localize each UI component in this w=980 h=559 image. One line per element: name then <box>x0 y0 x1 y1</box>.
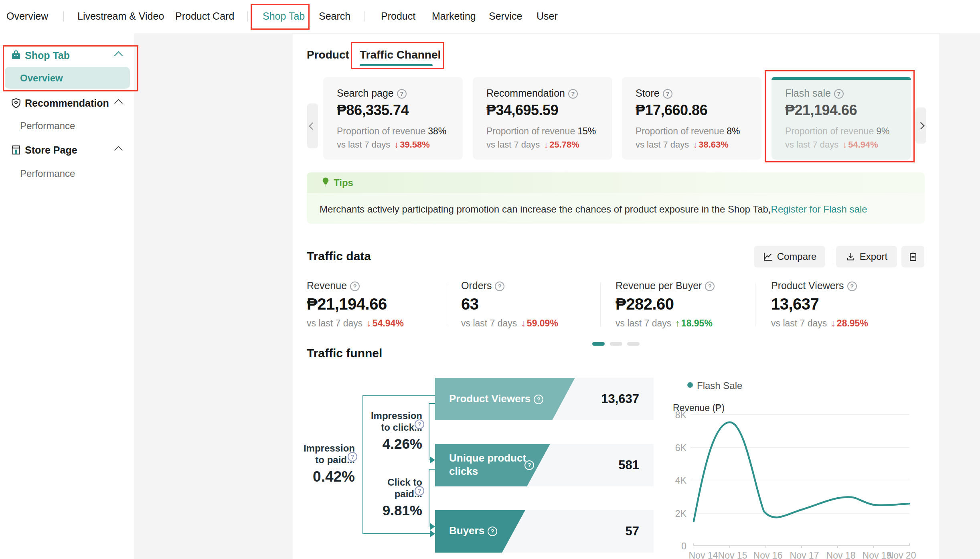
funnel-value-product-viewers: 13,637 <box>579 392 639 406</box>
nav-item-overview[interactable]: Overview <box>6 10 48 22</box>
tips-banner <box>307 172 925 224</box>
help-icon[interactable] <box>495 282 504 291</box>
help-icon[interactable] <box>524 460 534 470</box>
help-icon[interactable] <box>415 419 424 429</box>
card-value: ₱21,194.66 <box>785 102 857 119</box>
card-title: Recommendation <box>486 87 578 99</box>
sidebar <box>0 33 134 559</box>
help-icon[interactable] <box>663 89 672 99</box>
x-tick: Nov 15 <box>713 550 753 559</box>
nav-item-shop-tab[interactable]: Shop Tab <box>263 10 305 22</box>
next-channel-button[interactable] <box>915 107 926 144</box>
card-value: ₱34,695.59 <box>486 102 558 119</box>
channel-card-store[interactable]: Store ₱17,660.86 Proportion of revenue8%… <box>622 77 761 160</box>
funnel-bracket-line <box>429 403 435 404</box>
carousel-page-dot[interactable] <box>610 342 622 346</box>
carousel-page-dot-active[interactable] <box>592 342 605 346</box>
channel-card-recommendation[interactable]: Recommendation ₱34,695.59 Proportion of … <box>473 77 612 160</box>
tab-traffic-channel[interactable]: Traffic Channel <box>360 49 441 61</box>
funnel-stage-buyers: Buyers <box>449 525 497 537</box>
card-vs-change: vs last 7 days39.58% <box>337 140 430 150</box>
funnel-arrow <box>430 530 435 537</box>
nav-item-product[interactable]: Product <box>381 10 415 22</box>
sidebar-group-store-page[interactable]: Store Page <box>25 144 77 156</box>
y-tick: 2K <box>668 508 686 519</box>
x-tick: Nov 16 <box>748 550 788 559</box>
funnel-bracket-line <box>362 533 431 534</box>
carousel-page-dot[interactable] <box>627 342 640 346</box>
funnel-bracket-line <box>362 395 435 396</box>
traffic-data-heading: Traffic data <box>307 249 371 263</box>
funnel-value-unique-product-clicks: 581 <box>579 458 639 472</box>
metric-divider <box>755 283 755 326</box>
sidebar-item-store-page-performance[interactable]: Performance <box>20 168 75 179</box>
report-clipboard-button[interactable] <box>901 246 924 267</box>
prev-channel-button[interactable] <box>307 103 318 148</box>
compare-button[interactable]: Compare <box>754 246 825 267</box>
metric-change-product-viewers: vs last 7 days28.95% <box>771 318 868 329</box>
card-title: Store <box>636 87 672 99</box>
right-gutter <box>939 33 980 559</box>
help-icon[interactable] <box>397 89 407 99</box>
nav-item-livestream-video[interactable]: Livestream & Video <box>77 10 164 22</box>
sidebar-item-recommendation-performance[interactable]: Performance <box>20 120 75 132</box>
sidebar-group-shop-tab[interactable]: Shop Tab <box>25 50 70 61</box>
card-title: Search page <box>337 87 407 99</box>
help-icon[interactable] <box>834 89 844 99</box>
metric-value-revenue: ₱21,194.66 <box>307 295 387 313</box>
metric-value-product-viewers: 13,637 <box>771 295 819 313</box>
funnel-value-buyers: 57 <box>579 524 639 539</box>
active-tab-underline <box>360 64 433 66</box>
sidebar-item-overview[interactable] <box>5 67 130 89</box>
funnel-arrow <box>430 523 435 530</box>
card-proportion: Proportion of revenue9% <box>785 126 889 137</box>
bag-icon <box>10 49 22 61</box>
nav-item-user[interactable]: User <box>537 10 558 22</box>
help-icon[interactable] <box>488 527 497 536</box>
help-icon[interactable] <box>705 282 715 291</box>
button-divider <box>831 249 831 265</box>
funnel-stage-product-viewers: Product Viewers <box>449 393 543 405</box>
card-value: ₱86,335.74 <box>337 102 409 119</box>
help-icon[interactable] <box>415 486 424 496</box>
register-flash-sale-link[interactable]: Register for Flash sale <box>771 204 867 215</box>
legend-dot-flash-sale <box>687 382 693 388</box>
sidebar-group-recommendation[interactable]: Recommendation <box>25 97 109 109</box>
help-icon[interactable] <box>568 89 578 99</box>
nav-divider <box>63 11 64 22</box>
x-tick: Nov 20 <box>881 550 921 559</box>
revenue-line-chart <box>689 409 940 559</box>
shield-icon <box>10 97 22 109</box>
clipboard-icon <box>908 251 918 262</box>
help-icon[interactable] <box>350 282 360 291</box>
chevron-right-icon <box>917 122 924 129</box>
channel-card-search-page[interactable]: Search page ₱86,335.74 Proportion of rev… <box>323 77 463 160</box>
funnel-stage-unique-product-clicks: Unique productclicks <box>449 452 526 478</box>
channel-card-flash-sale[interactable]: Flash sale ₱21,194.66 Proportion of reve… <box>771 77 911 160</box>
nav-item-search[interactable]: Search <box>319 10 350 22</box>
help-icon[interactable] <box>534 395 543 404</box>
selected-card-bar <box>771 77 911 80</box>
y-tick: 8K <box>668 410 686 421</box>
tips-header <box>307 172 925 193</box>
compare-chart-icon <box>763 251 773 262</box>
x-tick: Nov 17 <box>784 550 824 559</box>
nav-item-service[interactable]: Service <box>489 10 522 22</box>
traffic-funnel-heading: Traffic funnel <box>307 346 382 360</box>
metric-divider <box>446 283 446 326</box>
nav-item-product-card[interactable]: Product Card <box>175 10 234 22</box>
card-vs-change: vs last 7 days25.78% <box>486 140 579 150</box>
help-icon[interactable] <box>348 452 357 462</box>
card-vs-change: vs last 7 days38.63% <box>636 140 729 150</box>
card-title: Flash sale <box>785 87 844 99</box>
metric-change-revenue: vs last 7 days54.94% <box>307 318 404 329</box>
download-icon <box>846 252 856 262</box>
funnel-bracket-line <box>429 403 429 460</box>
tab-product[interactable]: Product <box>307 49 349 61</box>
card-vs-change: vs last 7 days54.94% <box>785 140 878 150</box>
help-icon[interactable] <box>847 282 857 291</box>
chevron-left-icon <box>309 122 316 130</box>
card-proportion: Proportion of revenue8% <box>636 126 740 137</box>
export-button[interactable]: Export <box>836 246 897 267</box>
nav-item-marketing[interactable]: Marketing <box>432 10 476 22</box>
